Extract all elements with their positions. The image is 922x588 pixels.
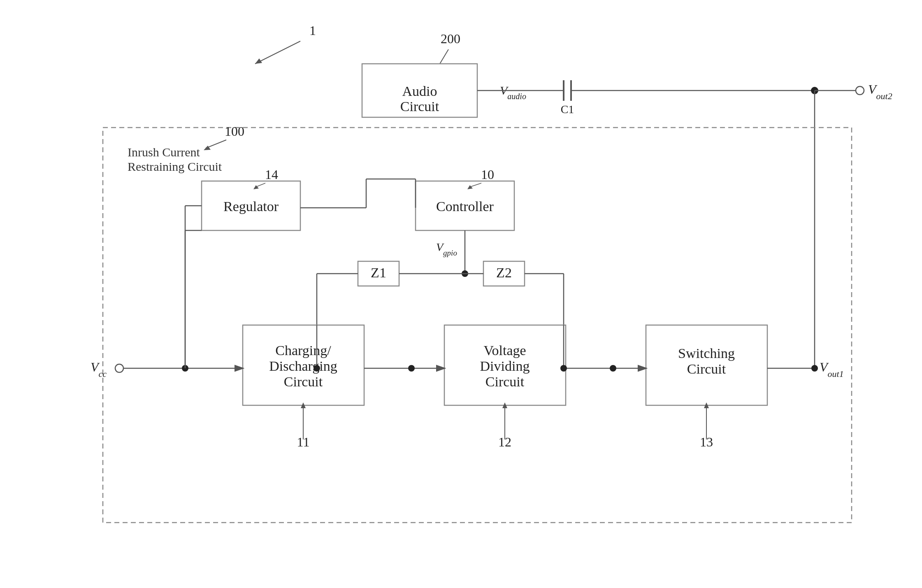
z1-node <box>314 365 320 372</box>
voltage-label2: Dividing <box>480 358 530 374</box>
z2-label: Z2 <box>496 265 512 280</box>
svg-line-12 <box>206 140 226 148</box>
mid-node <box>408 365 415 372</box>
voltage-label1: Voltage <box>483 343 526 358</box>
switching-label1: Switching <box>678 346 735 361</box>
vout2-terminal <box>856 86 864 95</box>
controller-label: Controller <box>436 199 494 214</box>
vaudio-label: Vaudio <box>500 84 526 101</box>
mid-node2 <box>610 365 616 372</box>
charging-label2: Discharging <box>269 358 337 374</box>
regulator-label: Regulator <box>223 199 279 214</box>
vout-node <box>811 365 818 372</box>
svg-line-2 <box>255 41 300 64</box>
vgpio-label: Vgpio <box>436 241 457 257</box>
ref-num-10: 10 <box>481 167 494 182</box>
charging-label1: Charging/ <box>275 343 331 358</box>
inrush-label-line1: Inrush Current <box>128 145 200 159</box>
vcc-label: Vcc <box>91 360 107 379</box>
ref-num-1: 1 <box>309 23 316 38</box>
ref-num-200: 200 <box>441 31 460 46</box>
voltage-label3: Circuit <box>485 374 525 389</box>
z1-label: Z1 <box>371 265 386 280</box>
circuit-diagram: 1 200 Audio Circuit Vaudio C1 Vout2 Inru… <box>0 0 922 588</box>
inrush-label-line2: Restraining Circuit <box>128 160 222 173</box>
audio-circuit-label2: Circuit <box>400 99 439 114</box>
z2-node <box>560 365 567 372</box>
vout1-label: Vout1 <box>820 360 844 379</box>
ref-num-100: 100 <box>225 124 244 139</box>
ref-num-14: 14 <box>265 167 278 182</box>
switching-label2: Circuit <box>687 361 726 377</box>
audio-circuit-label: Audio <box>402 84 437 99</box>
c1-label: C1 <box>561 103 574 116</box>
vout2-label: Vout2 <box>868 82 892 101</box>
charging-label3: Circuit <box>284 374 323 389</box>
vcc-terminal <box>115 364 123 372</box>
